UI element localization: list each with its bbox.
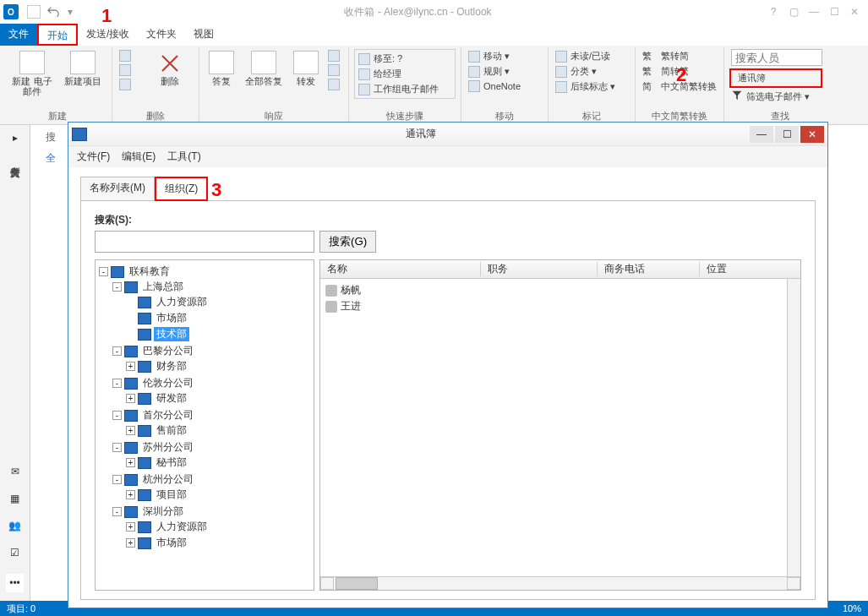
mail-icon[interactable]: ✉ [11, 466, 19, 477]
im-button[interactable] [326, 63, 343, 77]
tree-b1[interactable]: 上海总部 [140, 280, 186, 294]
dialog-app-icon [72, 128, 87, 141]
dialog-minimize-button[interactable]: — [750, 126, 773, 143]
tree-b4[interactable]: 首尔分公司 [140, 408, 196, 422]
tab-organization[interactable]: 组织(Z) [155, 177, 208, 201]
tasks-icon[interactable]: ☑ [10, 547, 19, 559]
nav-expand-icon[interactable]: ▸ [13, 132, 18, 144]
delete-button[interactable]: 删除 [146, 49, 194, 86]
scroll-left-icon[interactable] [320, 577, 334, 590]
new-mail-button[interactable]: 新建 电子邮件 [8, 49, 56, 96]
list-item[interactable]: 杨帆 [325, 282, 795, 298]
menu-tools[interactable]: 工具(T) [167, 150, 200, 164]
tree-b5[interactable]: 苏州分公司 [140, 440, 196, 455]
scroll-thumb[interactable] [336, 577, 378, 590]
quickstep-manager[interactable]: 给经理 [357, 67, 453, 81]
reply-button[interactable]: 答复 [205, 49, 238, 86]
search-input[interactable] [95, 231, 314, 253]
tree-b4-1[interactable]: 售前部 [154, 423, 189, 438]
meeting-button[interactable] [326, 49, 343, 63]
nav-more-icon[interactable]: ••• [6, 574, 24, 592]
ignore-button[interactable] [117, 49, 143, 63]
tab-folder[interactable]: 文件夹 [138, 24, 185, 46]
rules-button[interactable]: 规则 ▾ [467, 64, 543, 79]
funnel-icon [731, 90, 743, 103]
scroll-right-icon[interactable] [787, 577, 800, 590]
tree-b2[interactable]: 巴黎分公司 [140, 344, 196, 358]
menu-file[interactable]: 文件(F) [77, 150, 110, 164]
calendar-icon[interactable]: ▦ [10, 493, 19, 504]
tab-view[interactable]: 视图 [185, 24, 222, 46]
qat-sendreceive-icon[interactable] [27, 5, 41, 19]
tree-b6[interactable]: 杭州分公司 [140, 472, 196, 487]
move-button[interactable]: 移动 ▾ [467, 49, 543, 63]
onenote-button[interactable]: OneNote [467, 79, 543, 93]
tree-b7[interactable]: 深圳分部 [140, 504, 186, 519]
tab-home[interactable]: 开始 [37, 24, 78, 46]
ribbon-display-icon[interactable]: ▢ [783, 6, 804, 18]
col-title[interactable]: 职务 [481, 262, 598, 276]
group-label-tags: 标记 [554, 108, 630, 123]
list-item[interactable]: 王进 [325, 298, 795, 314]
people-icon[interactable]: 👥 [8, 520, 21, 532]
list-header: 名称 职务 商务电话 位置 [320, 260, 800, 279]
tab-name-list[interactable]: 名称列表(M) [80, 177, 155, 201]
org-tree[interactable]: -联科教育 -上海总部 人力资源部 市场部 技术部 -巴黎分公司 [95, 259, 314, 591]
tab-file[interactable]: 文件 [0, 24, 37, 46]
vertical-scrollbar[interactable] [787, 279, 800, 576]
tree-b1-3[interactable]: 技术部 [154, 327, 189, 341]
tree-twisty[interactable]: - [99, 267, 108, 276]
group-label-move: 移动 [467, 108, 543, 123]
col-name[interactable]: 名称 [320, 262, 481, 276]
help-icon[interactable]: ? [763, 6, 783, 18]
group-label-delete: 删除 [117, 108, 194, 123]
trad-to-simp-button[interactable]: 繁 繁转简 [641, 49, 718, 63]
qat-undo-icon[interactable] [47, 5, 61, 19]
address-book-button[interactable]: 通讯簿 [729, 68, 822, 88]
close-icon[interactable]: ✕ [844, 6, 865, 18]
group-label-new: 新建 [8, 108, 106, 123]
tree-b5-1[interactable]: 秘书部 [154, 455, 189, 470]
reply-all-button[interactable]: 全部答复 [242, 49, 286, 86]
tree-b3-1[interactable]: 研发部 [154, 391, 189, 406]
quickstep-team[interactable]: 工作组电子邮件 [357, 82, 453, 96]
person-icon [325, 285, 337, 297]
horizontal-scrollbar[interactable] [320, 576, 800, 590]
dialog-maximize-button[interactable]: ☐ [775, 126, 799, 143]
unread-button[interactable]: 未读/已读 [554, 49, 630, 63]
tree-b1-1[interactable]: 人力资源部 [154, 295, 210, 309]
dialog-menu-bar: 文件(F) 编辑(E) 工具(T) [68, 146, 827, 167]
more-respond-button[interactable] [326, 78, 343, 91]
dialog-close-button[interactable]: ✕ [800, 126, 824, 143]
searchbox-hint[interactable]: 搜 [46, 131, 56, 143]
group-label-find: 查找 [729, 108, 831, 123]
dialog-title-bar: 通讯簿 — ☐ ✕ [68, 123, 827, 146]
followup-button[interactable]: 后续标志 ▾ [554, 79, 630, 94]
cleanup-button[interactable] [117, 63, 143, 77]
menu-edit[interactable]: 编辑(E) [122, 150, 156, 164]
maximize-icon[interactable]: ☐ [824, 6, 844, 18]
minimize-icon[interactable]: — [804, 6, 824, 18]
nav-rail: ▸ 所有文件夹 ✉ ▦ 👥 ☑ ••• [0, 125, 30, 601]
col-phone[interactable]: 商务电话 [598, 262, 700, 276]
folder-start[interactable]: 全 [46, 152, 56, 164]
tree-b7-1[interactable]: 人力资源部 [154, 520, 210, 534]
tree-b3[interactable]: 伦敦分公司 [140, 376, 196, 390]
col-location[interactable]: 位置 [700, 262, 787, 276]
tree-b1-2[interactable]: 市场部 [154, 311, 189, 325]
quickstep-moveto[interactable]: 移至: ? [357, 52, 453, 66]
search-people-input[interactable] [731, 49, 822, 66]
categorize-button[interactable]: 分类 ▾ [554, 64, 630, 79]
new-item-button[interactable]: 新建项目 [59, 49, 106, 86]
tree-b7-2[interactable]: 市场部 [154, 536, 189, 550]
junk-button[interactable] [117, 78, 143, 91]
tree-b6-1[interactable]: 项目部 [154, 488, 189, 502]
group-label-conv: 中文简繁转换 [641, 108, 718, 123]
annotation-2: 2 [676, 64, 686, 86]
tree-root[interactable]: 联科教育 [127, 264, 172, 279]
filter-email-button[interactable]: 筛选电子邮件 ▾ [729, 89, 831, 104]
search-button[interactable]: 搜索(G) [319, 231, 376, 253]
status-zoom[interactable]: 10% [843, 603, 861, 613]
forward-button[interactable]: 转发 [289, 49, 323, 86]
tree-b2-1[interactable]: 财务部 [154, 359, 189, 373]
